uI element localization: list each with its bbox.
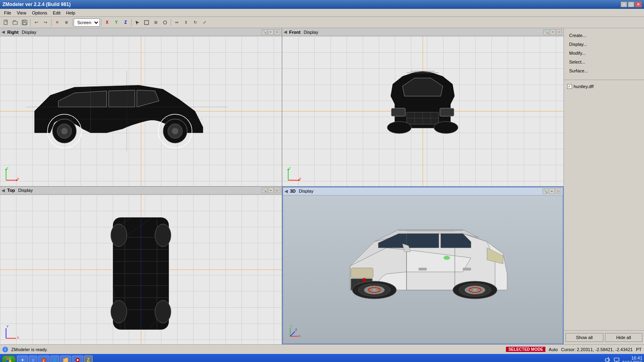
svg-marker-5 [136,21,139,25]
object-checkbox[interactable]: ✓ [567,84,572,89]
collapse-front[interactable]: ◀ [284,30,287,34]
tool-6[interactable]: ⇕ [182,18,190,27]
menu-file[interactable]: File [2,10,14,16]
menu-options[interactable]: Options [29,10,50,16]
viewport-3d-header: ◀ 3D Display 🔍 − □ [283,187,563,195]
zoom-out-front[interactable]: − [550,29,555,35]
zoom-in-front[interactable]: 🔍 [543,29,549,35]
close-button[interactable]: ✕ [635,2,642,7]
svg-text:Z: Z [6,167,8,170]
viewport-top-content[interactable]: X Y [0,195,282,345]
taskbar: e Z S Z 16:41 04/11/ [0,354,644,362]
svg-point-7 [163,21,167,24]
axis-3d: X Y Z [287,323,303,339]
start-button[interactable] [2,355,16,362]
viewport-3d-content[interactable]: X Y Z [283,195,563,344]
collapse-3d[interactable]: ◀ [285,189,288,193]
svg-rect-87 [463,268,471,270]
minimize-button[interactable]: − [621,2,627,7]
tool-7[interactable]: ↻ [191,18,200,27]
viewport-front-display: Display [304,30,318,35]
save-button[interactable] [20,18,29,27]
zoom-in-right[interactable]: 🔍 [262,29,267,35]
taskbar-media[interactable] [72,356,83,362]
car-front-view [382,56,463,136]
car-wireframe-top [109,213,173,334]
viewport-right: ◀ Right Display 🔍 − □ [0,28,282,186]
axis-x-button[interactable]: X [103,18,111,27]
select-panel-button[interactable]: Select... [566,58,642,66]
move-button[interactable]: ⊕ [62,18,71,27]
network-icon [613,357,620,362]
maximize-front[interactable]: □ [556,29,562,35]
list-item[interactable]: ✓ huntley.dff [566,83,642,90]
create-button[interactable]: Create... [566,31,642,39]
svg-point-11 [61,128,68,134]
zoom-out-3d[interactable]: − [549,188,555,194]
display-button[interactable]: Display... [566,40,642,48]
zbrush-icon: Z [41,357,47,362]
viewport-right-label: Right [7,30,19,35]
svg-text:Y: Y [290,325,292,328]
modify-button[interactable]: Modify... [566,49,642,57]
taskbar-skype[interactable]: S [50,356,59,362]
maximize-right[interactable]: □ [275,29,280,35]
tool-4[interactable] [161,18,169,27]
viewport-3d-controls: 🔍 − □ [543,188,561,194]
taskbar-ie[interactable]: e [29,356,37,362]
delete-button[interactable]: ✕ [53,18,62,27]
zoom-out-top[interactable]: − [268,187,274,193]
chrome-icon [20,357,25,362]
menu-view[interactable]: View [14,10,29,16]
surface-button[interactable]: Surface... [566,67,642,75]
tool-2[interactable] [142,18,151,27]
svg-rect-27 [440,108,454,116]
svg-line-94 [290,331,295,336]
show-all-button[interactable]: Show all [566,333,603,342]
svg-point-34 [434,121,458,134]
collapse-right[interactable]: ◀ [2,30,5,34]
taskbar-app3[interactable]: Z [38,356,50,362]
new-button[interactable] [2,18,10,27]
object-name: huntley.dff [574,84,594,89]
menu-edit[interactable]: Edit [50,10,63,16]
select-button[interactable] [133,18,142,27]
menubar: File View Options Edit Help [0,9,644,17]
axis-y-button[interactable]: Y [112,18,121,27]
viewport-top: ◀ Top Display 🔍 − □ [0,187,282,345]
taskbar-chrome[interactable] [17,356,28,362]
viewport-top-label: Top [7,188,15,193]
axis-z-button[interactable]: Z [121,18,130,27]
title-text: ZModeler ver 2.2.4 (Build 981) [2,2,70,7]
viewport-front-content[interactable]: X Z [282,36,564,186]
maximize-button[interactable]: □ [628,2,634,7]
viewport-front-controls: 🔍 − □ [543,29,562,35]
zoom-in-3d[interactable]: 🔍 [543,188,548,194]
zoom-out-right[interactable]: − [268,29,274,35]
collapse-top[interactable]: ◀ [2,188,5,193]
cursor-coords: Cursor: 2.20311, -2.58421, -2.43421 [561,347,633,352]
tool-8[interactable]: ⤢ [200,18,209,27]
svg-rect-26 [391,108,405,116]
taskbar-explorer[interactable] [60,356,71,362]
tool-5[interactable]: ⇔ [172,18,181,27]
maximize-top[interactable]: □ [275,187,280,193]
car-top-view [109,213,173,326]
speaker-icon [605,357,611,362]
taskbar-zmodeler[interactable]: Z [84,356,93,362]
undo-button[interactable]: ↩ [32,18,41,27]
zoom-in-top[interactable]: 🔍 [262,187,267,193]
tool-3[interactable]: ⊞ [151,18,160,27]
svg-point-56 [111,300,127,323]
screen-dropdown[interactable]: Screen World Object [74,19,100,27]
viewport-top-header: ◀ Top Display 🔍 − □ [0,187,282,195]
redo-button[interactable]: ↪ [41,18,50,27]
menu-help[interactable]: Help [64,10,78,16]
status-message: ZModeler is ready. [11,347,47,352]
open-button[interactable] [11,18,20,27]
maximize-3d[interactable]: □ [555,188,561,194]
car-wireframe-front [382,56,463,136]
svg-rect-67 [351,268,373,278]
hide-all-button[interactable]: Hide all [605,333,643,342]
viewport-right-content[interactable]: X Z [0,36,282,186]
